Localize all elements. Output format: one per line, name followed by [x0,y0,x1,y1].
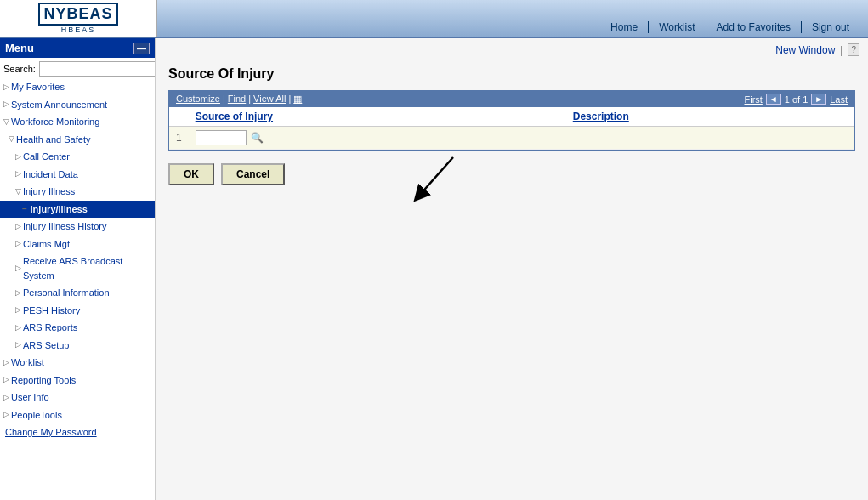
sidebar-item-incident-data[interactable]: ▷ Incident Data [0,166,155,184]
new-window-link[interactable]: New Window [775,44,835,56]
sidebar-item-label: Workforce Monitoring [11,115,99,129]
nav-worklist[interactable]: Worklist [649,21,706,33]
sidebar-item-claims-mgt[interactable]: ▷ Claims Mgt [0,236,155,253]
nav-home[interactable]: Home [600,21,649,33]
sidebar-item-ars-setup[interactable]: ▷ ARS Setup [0,337,155,355]
sidebar-item-label: ARS Setup [23,338,69,353]
source-of-injury-cell: 🔍 [189,127,566,150]
page-title: Source Of Injury [168,66,855,82]
sidebar-item-label: User Info [11,390,49,405]
first-page-link[interactable]: First [744,94,762,105]
page-info: 1 of 1 [785,94,808,105]
sidebar-item-workforce-monitoring[interactable]: ▽ Workforce Monitoring [0,113,155,131]
next-page-button[interactable]: ► [811,94,826,105]
main-layout: Menu — Search: ▶ ▷ My Favorites ▷ System… [0,38,868,500]
sidebar-item-health-safety[interactable]: ▽ Health and Safety [0,131,155,149]
expand-arrow-icon: ▷ [15,238,21,250]
sidebar-item-label: Injury/Illness [31,202,88,217]
expand-arrow-icon: ▷ [3,99,9,111]
help-icon[interactable]: ? [848,43,859,56]
table-row: 1 🔍 [169,127,854,150]
find-link[interactable]: Find [228,94,246,105]
search-row: Search: ▶ [0,58,155,78]
expand-arrow-icon: ▽ [3,116,9,128]
search-input[interactable] [39,61,156,77]
customize-link[interactable]: Customize [176,94,220,105]
sidebar-item-injury-illness-active[interactable]: – Injury/Illness [0,201,155,219]
sidebar: Menu — Search: ▶ ▷ My Favorites ▷ System… [0,38,156,500]
lookup-button[interactable]: 🔍 [249,132,265,144]
sidebar-item-system-announcement[interactable]: ▷ System Announcement [0,96,155,114]
menu-collapse-button[interactable]: — [133,43,150,54]
data-table: Source of Injury Description 1 🔍 [169,107,854,150]
change-password-link[interactable]: Change My Password [0,423,155,440]
logo: NYBEAS HBEAS [38,3,117,34]
sidebar-item-call-center[interactable]: ▷ Call Center [0,148,155,166]
expand-arrow-icon: ▷ [15,287,21,299]
description-cell [566,127,854,150]
logo-top: NYBEAS [38,3,117,26]
sidebar-item-injury-illness-history[interactable]: ▷ Injury Illness History [0,218,155,236]
search-label: Search: [3,64,36,74]
content-area: New Window | ? Source Of Injury Customiz… [156,38,868,500]
expand-arrow-icon: ▽ [9,134,14,145]
data-table-wrapper: Customize | Find | View All | ▦ First ◄ … [168,90,855,151]
dash-icon: – [22,202,27,215]
cancel-button[interactable]: Cancel [221,163,285,185]
expand-arrow-icon: ▷ [15,151,21,163]
top-header: NYBEAS HBEAS Home Worklist Add to Favori… [0,0,868,38]
expand-arrow-icon: ▽ [15,186,21,198]
ok-button[interactable]: OK [168,163,214,185]
logo-bottom: HBEAS [38,26,117,34]
sidebar-item-label: Receive ARS Broadcast System [23,254,151,282]
sidebar-item-my-favorites[interactable]: ▷ My Favorites [0,78,155,96]
sidebar-item-label: PESH History [23,304,80,318]
expand-arrow-icon: ▷ [3,392,9,404]
expand-arrow-icon: ▷ [15,221,21,233]
prev-page-button[interactable]: ◄ [766,94,781,105]
table-toolbar: Customize | Find | View All | ▦ First ◄ … [169,91,854,107]
nav-sign-out[interactable]: Sign out [802,21,859,33]
menu-header: Menu — [0,38,155,58]
expand-arrow-icon: ▷ [15,263,21,275]
expand-arrow-icon: ▷ [3,409,9,421]
expand-arrow-icon: ▷ [15,168,21,180]
action-buttons: OK Cancel [168,163,855,185]
sidebar-item-ars-reports[interactable]: ▷ ARS Reports [0,319,155,337]
sidebar-item-label: ARS Reports [23,321,77,335]
sidebar-item-label: Personal Information [23,286,110,300]
sidebar-item-injury-illness[interactable]: ▽ Injury Illness [0,183,155,201]
expand-arrow-icon: ▷ [15,304,21,316]
table-toolbar-links: Customize | Find | View All | ▦ [176,94,302,105]
sidebar-item-personal-info[interactable]: ▷ Personal Information [0,284,155,302]
sidebar-item-label: Call Center [23,150,70,164]
last-page-link[interactable]: Last [830,94,848,105]
sidebar-item-label: Injury Illness History [23,219,106,234]
header-nav-links: Home Worklist Add to Favorites Sign out [600,21,859,33]
sidebar-item-label: Reporting Tools [11,373,76,388]
sidebar-item-pesh-history[interactable]: ▷ PESH History [0,302,155,320]
row-number: 1 [169,127,189,150]
sidebar-item-label: Claims Mgt [23,237,70,252]
nav-add-favorites[interactable]: Add to Favorites [706,21,802,33]
sidebar-item-label: Injury Illness [23,185,75,199]
source-of-injury-input[interactable] [196,130,247,145]
expand-arrow-icon: ▷ [15,339,21,351]
util-bar: New Window | ? [156,38,868,60]
sidebar-item-label: Health and Safety [16,133,90,147]
sidebar-item-label: Worklist [11,355,44,370]
expand-arrow-icon: ▷ [15,322,21,334]
sidebar-item-user-info[interactable]: ▷ User Info [0,389,155,406]
grid-icon[interactable]: ▦ [293,94,302,105]
sidebar-item-worklist[interactable]: ▷ Worklist [0,354,155,372]
page-content: Source Of Injury Customize | Find | View… [156,60,868,198]
sidebar-item-label: PeopleTools [11,408,62,423]
expand-arrow-icon: ▷ [3,357,9,369]
sidebar-item-reporting-tools[interactable]: ▷ Reporting Tools [0,372,155,389]
sidebar-item-label: My Favorites [11,80,65,94]
sidebar-item-label: Incident Data [23,168,78,182]
logo-area: NYBEAS HBEAS [0,0,157,37]
view-all-link[interactable]: View All [253,94,286,105]
sidebar-item-people-tools[interactable]: ▷ PeopleTools [0,406,155,424]
sidebar-item-receive-ars[interactable]: ▷ Receive ARS Broadcast System [0,253,155,284]
